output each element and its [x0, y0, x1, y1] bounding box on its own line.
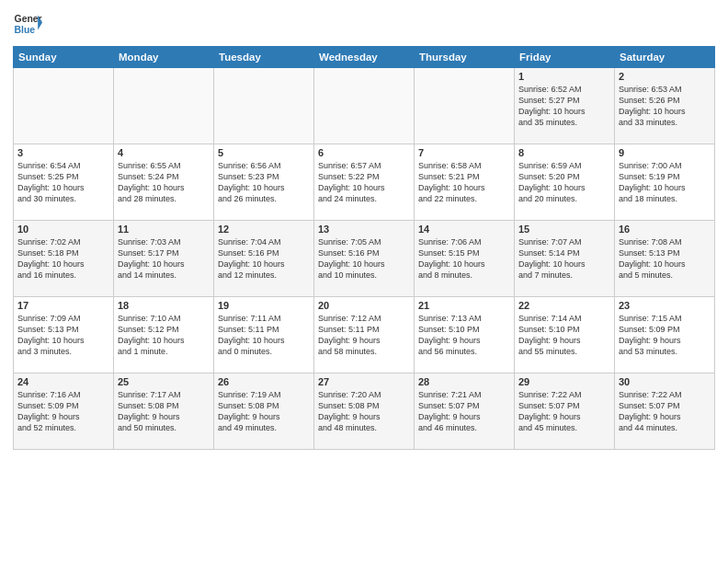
calendar-cell: 24Sunrise: 7:16 AM Sunset: 5:09 PM Dayli…: [14, 373, 114, 450]
day-number: 22: [518, 300, 610, 311]
day-number: 16: [619, 224, 711, 235]
day-number: 6: [318, 147, 410, 158]
weekday-header-tuesday: Tuesday: [214, 47, 314, 68]
header: General Blue: [13, 9, 715, 39]
day-number: 28: [418, 376, 510, 387]
calendar-cell: 28Sunrise: 7:21 AM Sunset: 5:07 PM Dayli…: [415, 373, 515, 450]
day-info: Sunrise: 6:56 AM Sunset: 5:23 PM Dayligh…: [218, 160, 310, 205]
day-number: 21: [418, 300, 510, 311]
day-number: 12: [218, 224, 310, 235]
logo-icon: General Blue: [13, 9, 42, 39]
day-number: 13: [318, 224, 410, 235]
day-number: 29: [518, 376, 610, 387]
calendar-cell: 20Sunrise: 7:12 AM Sunset: 5:11 PM Dayli…: [314, 297, 415, 373]
day-info: Sunrise: 7:22 AM Sunset: 5:07 PM Dayligh…: [619, 389, 711, 434]
calendar-cell: 9Sunrise: 7:00 AM Sunset: 5:19 PM Daylig…: [615, 144, 715, 221]
day-number: 24: [17, 376, 109, 387]
weekday-header-sunday: Sunday: [14, 47, 114, 68]
day-info: Sunrise: 7:12 AM Sunset: 5:11 PM Dayligh…: [318, 313, 410, 358]
day-info: Sunrise: 7:03 AM Sunset: 5:17 PM Dayligh…: [118, 236, 210, 282]
calendar-cell: 11Sunrise: 7:03 AM Sunset: 5:17 PM Dayli…: [114, 221, 214, 297]
calendar-cell: 3Sunrise: 6:54 AM Sunset: 5:25 PM Daylig…: [14, 144, 114, 221]
logo: General Blue: [13, 9, 42, 39]
day-number: 17: [17, 300, 109, 311]
page-container: General Blue SundayMondayTuesdayWednesda…: [0, 0, 728, 455]
day-number: 3: [17, 147, 109, 158]
calendar-header-row: SundayMondayTuesdayWednesdayThursdayFrid…: [14, 47, 715, 68]
calendar-cell: 22Sunrise: 7:14 AM Sunset: 5:10 PM Dayli…: [515, 297, 615, 373]
day-info: Sunrise: 7:05 AM Sunset: 5:16 PM Dayligh…: [318, 236, 410, 282]
calendar-cell: 17Sunrise: 7:09 AM Sunset: 5:13 PM Dayli…: [14, 297, 114, 373]
day-info: Sunrise: 6:52 AM Sunset: 5:27 PM Dayligh…: [518, 84, 610, 129]
calendar-cell: 15Sunrise: 7:07 AM Sunset: 5:14 PM Dayli…: [515, 221, 615, 297]
day-info: Sunrise: 7:22 AM Sunset: 5:07 PM Dayligh…: [518, 389, 610, 434]
day-info: Sunrise: 7:06 AM Sunset: 5:15 PM Dayligh…: [418, 236, 510, 282]
calendar-cell: 4Sunrise: 6:55 AM Sunset: 5:24 PM Daylig…: [114, 144, 214, 221]
day-number: 14: [418, 224, 510, 235]
day-info: Sunrise: 6:57 AM Sunset: 5:22 PM Dayligh…: [318, 160, 410, 205]
day-info: Sunrise: 7:20 AM Sunset: 5:08 PM Dayligh…: [318, 389, 410, 434]
calendar-week-row: 10Sunrise: 7:02 AM Sunset: 5:18 PM Dayli…: [14, 221, 715, 297]
calendar-cell: 29Sunrise: 7:22 AM Sunset: 5:07 PM Dayli…: [515, 373, 615, 450]
calendar-cell: 27Sunrise: 7:20 AM Sunset: 5:08 PM Dayli…: [314, 373, 415, 450]
weekday-header-wednesday: Wednesday: [314, 47, 415, 68]
calendar-cell: 8Sunrise: 6:59 AM Sunset: 5:20 PM Daylig…: [515, 144, 615, 221]
calendar-cell: 16Sunrise: 7:08 AM Sunset: 5:13 PM Dayli…: [615, 221, 715, 297]
calendar-week-row: 17Sunrise: 7:09 AM Sunset: 5:13 PM Dayli…: [14, 297, 715, 373]
calendar-cell: [415, 68, 515, 144]
day-number: 27: [318, 376, 410, 387]
day-number: 9: [619, 147, 711, 158]
calendar-cell: 21Sunrise: 7:13 AM Sunset: 5:10 PM Dayli…: [415, 297, 515, 373]
day-number: 18: [118, 300, 210, 311]
day-info: Sunrise: 7:17 AM Sunset: 5:08 PM Dayligh…: [118, 389, 210, 434]
calendar-cell: 5Sunrise: 6:56 AM Sunset: 5:23 PM Daylig…: [214, 144, 314, 221]
calendar-cell: 19Sunrise: 7:11 AM Sunset: 5:11 PM Dayli…: [214, 297, 314, 373]
day-info: Sunrise: 7:10 AM Sunset: 5:12 PM Dayligh…: [118, 313, 210, 358]
day-number: 7: [418, 147, 510, 158]
day-info: Sunrise: 6:55 AM Sunset: 5:24 PM Dayligh…: [118, 160, 210, 205]
day-number: 11: [118, 224, 210, 235]
day-info: Sunrise: 7:08 AM Sunset: 5:13 PM Dayligh…: [619, 236, 711, 282]
day-number: 23: [619, 300, 711, 311]
calendar-cell: 7Sunrise: 6:58 AM Sunset: 5:21 PM Daylig…: [415, 144, 515, 221]
day-info: Sunrise: 7:14 AM Sunset: 5:10 PM Dayligh…: [518, 313, 610, 358]
weekday-header-friday: Friday: [515, 47, 615, 68]
calendar-cell: [314, 68, 415, 144]
svg-text:Blue: Blue: [15, 25, 36, 35]
calendar-cell: 13Sunrise: 7:05 AM Sunset: 5:16 PM Dayli…: [314, 221, 415, 297]
day-info: Sunrise: 7:16 AM Sunset: 5:09 PM Dayligh…: [17, 389, 109, 434]
day-info: Sunrise: 7:15 AM Sunset: 5:09 PM Dayligh…: [619, 313, 711, 358]
day-number: 4: [118, 147, 210, 158]
calendar-cell: 25Sunrise: 7:17 AM Sunset: 5:08 PM Dayli…: [114, 373, 214, 450]
day-number: 8: [518, 147, 610, 158]
calendar-cell: 23Sunrise: 7:15 AM Sunset: 5:09 PM Dayli…: [615, 297, 715, 373]
calendar-week-row: 24Sunrise: 7:16 AM Sunset: 5:09 PM Dayli…: [14, 373, 715, 450]
weekday-header-thursday: Thursday: [415, 47, 515, 68]
calendar-cell: 12Sunrise: 7:04 AM Sunset: 5:16 PM Dayli…: [214, 221, 314, 297]
day-number: 2: [619, 71, 711, 82]
day-number: 30: [619, 376, 711, 387]
calendar-week-row: 1Sunrise: 6:52 AM Sunset: 5:27 PM Daylig…: [14, 68, 715, 144]
day-info: Sunrise: 7:13 AM Sunset: 5:10 PM Dayligh…: [418, 313, 510, 358]
calendar-cell: 18Sunrise: 7:10 AM Sunset: 5:12 PM Dayli…: [114, 297, 214, 373]
day-info: Sunrise: 7:11 AM Sunset: 5:11 PM Dayligh…: [218, 313, 310, 358]
day-info: Sunrise: 7:19 AM Sunset: 5:08 PM Dayligh…: [218, 389, 310, 434]
day-number: 19: [218, 300, 310, 311]
day-number: 10: [17, 224, 109, 235]
calendar-table: SundayMondayTuesdayWednesdayThursdayFrid…: [13, 46, 715, 450]
day-info: Sunrise: 6:59 AM Sunset: 5:20 PM Dayligh…: [518, 160, 610, 205]
calendar-cell: 14Sunrise: 7:06 AM Sunset: 5:15 PM Dayli…: [415, 221, 515, 297]
day-number: 20: [318, 300, 410, 311]
calendar-cell: [214, 68, 314, 144]
day-info: Sunrise: 6:53 AM Sunset: 5:26 PM Dayligh…: [619, 84, 711, 129]
calendar-cell: 6Sunrise: 6:57 AM Sunset: 5:22 PM Daylig…: [314, 144, 415, 221]
weekday-header-monday: Monday: [114, 47, 214, 68]
day-number: 25: [118, 376, 210, 387]
calendar-cell: 10Sunrise: 7:02 AM Sunset: 5:18 PM Dayli…: [14, 221, 114, 297]
calendar-cell: 26Sunrise: 7:19 AM Sunset: 5:08 PM Dayli…: [214, 373, 314, 450]
calendar-cell: [14, 68, 114, 144]
day-number: 5: [218, 147, 310, 158]
day-info: Sunrise: 7:21 AM Sunset: 5:07 PM Dayligh…: [418, 389, 510, 434]
day-number: 26: [218, 376, 310, 387]
day-info: Sunrise: 7:02 AM Sunset: 5:18 PM Dayligh…: [17, 236, 109, 282]
